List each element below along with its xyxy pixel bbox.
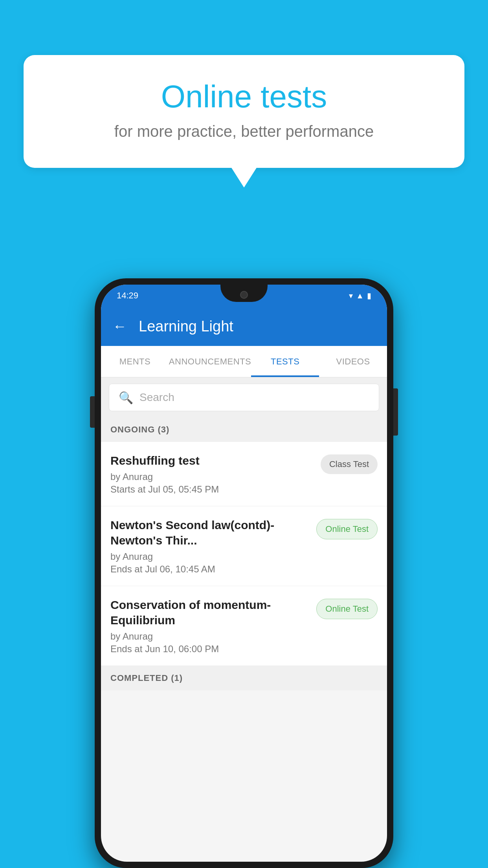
speech-bubble: Online tests for more practice, better p… xyxy=(24,55,464,168)
tab-announcements[interactable]: ANNOUNCEMENTS xyxy=(169,346,251,377)
test-author-1: by Anurag xyxy=(110,471,314,482)
search-input[interactable]: Search xyxy=(139,391,174,404)
tab-videos[interactable]: VIDEOS xyxy=(319,346,387,377)
test-info-2: Newton's Second law(contd)-Newton's Thir… xyxy=(110,517,310,575)
test-list: Reshuffling test by Anurag Starts at Jul… xyxy=(101,442,387,666)
bubble-title: Online tests xyxy=(55,79,433,115)
wifi-icon: ▾ xyxy=(349,291,353,300)
app-bar-title: Learning Light xyxy=(139,318,233,335)
status-bar: 14:29 ▾ ▲ ▮ xyxy=(101,285,387,307)
app-bar: ← Learning Light xyxy=(101,307,387,346)
test-info-1: Reshuffling test by Anurag Starts at Jul… xyxy=(110,453,314,495)
tabs-bar: MENTS ANNOUNCEMENTS TESTS VIDEOS xyxy=(101,346,387,377)
ongoing-section-header: ONGOING (3) xyxy=(101,417,387,442)
test-date-1: Starts at Jul 05, 05:45 PM xyxy=(110,484,314,495)
test-item-1[interactable]: Reshuffling test by Anurag Starts at Jul… xyxy=(101,442,387,506)
test-author-3: by Anurag xyxy=(110,631,310,642)
test-badge-1: Class Test xyxy=(321,454,378,474)
test-title-1: Reshuffling test xyxy=(110,453,314,468)
phone-outer: 14:29 ▾ ▲ ▮ ← Learning Light MENTS ANNOU… xyxy=(95,278,393,868)
back-button[interactable]: ← xyxy=(113,318,127,335)
test-info-3: Conservation of momentum-Equilibrium by … xyxy=(110,597,310,655)
phone-wrapper: 14:29 ▾ ▲ ▮ ← Learning Light MENTS ANNOU… xyxy=(95,278,393,868)
test-date-2: Ends at Jul 06, 10:45 AM xyxy=(110,564,310,575)
test-item-3[interactable]: Conservation of momentum-Equilibrium by … xyxy=(101,586,387,666)
completed-section-header: COMPLETED (1) xyxy=(101,666,387,690)
status-time: 14:29 xyxy=(117,291,138,301)
search-bar[interactable]: 🔍 Search xyxy=(109,384,379,411)
test-badge-3: Online Test xyxy=(316,599,378,619)
test-item-2[interactable]: Newton's Second law(contd)-Newton's Thir… xyxy=(101,506,387,586)
battery-icon: ▮ xyxy=(367,291,371,300)
status-icons: ▾ ▲ ▮ xyxy=(349,291,371,300)
search-icon: 🔍 xyxy=(119,391,133,405)
notch xyxy=(220,285,268,302)
test-title-2: Newton's Second law(contd)-Newton's Thir… xyxy=(110,517,310,548)
phone-screen: 14:29 ▾ ▲ ▮ ← Learning Light MENTS ANNOU… xyxy=(101,285,387,862)
test-title-3: Conservation of momentum-Equilibrium xyxy=(110,597,310,628)
test-author-2: by Anurag xyxy=(110,551,310,562)
tab-ments[interactable]: MENTS xyxy=(101,346,169,377)
bubble-subtitle: for more practice, better performance xyxy=(55,123,433,140)
tab-tests[interactable]: TESTS xyxy=(251,346,319,377)
search-container: 🔍 Search xyxy=(101,377,387,417)
speech-bubble-container: Online tests for more practice, better p… xyxy=(24,55,464,168)
camera xyxy=(240,291,248,299)
test-date-3: Ends at Jun 10, 06:00 PM xyxy=(110,644,310,655)
signal-icon: ▲ xyxy=(356,291,364,300)
test-badge-2: Online Test xyxy=(316,519,378,539)
